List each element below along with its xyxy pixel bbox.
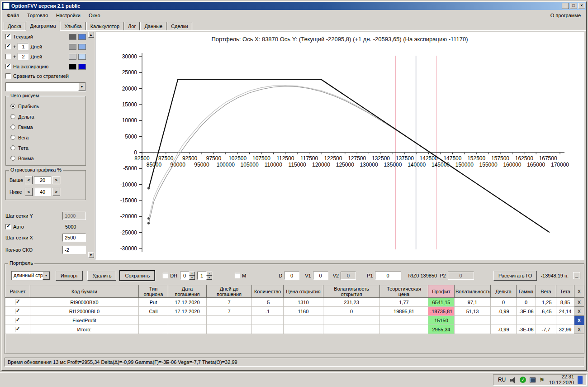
current-checkbox[interactable]	[5, 34, 11, 39]
menu-Настройки[interactable]: Настройки	[52, 11, 85, 20]
range-value-input[interactable]: 40	[34, 188, 51, 196]
radio-icon[interactable]	[10, 114, 15, 119]
taskbar[interactable]: RU ✓ ⚑ 22:31 10.12.2020	[0, 372, 588, 387]
column-header-Дней до погашения[interactable]: Дней до погашения	[207, 285, 252, 298]
plus2day-color-swatch-1[interactable]	[69, 54, 76, 60]
radio-option-Вомма[interactable]: Вомма	[8, 153, 84, 163]
column-header-Расчет[interactable]: Расчет	[5, 285, 30, 298]
tab-Данные[interactable]: Данные	[140, 22, 166, 30]
chevron-down-icon[interactable]: ▼	[43, 272, 50, 280]
row-calc-checkbox[interactable]	[15, 327, 20, 332]
dh-spinner-2[interactable]: 1 ▲ ▼	[197, 272, 212, 280]
row-delete-button[interactable]: X	[574, 325, 584, 334]
field-d-input[interactable]: 0	[284, 272, 299, 280]
grid-step-x-input[interactable]: 2500	[62, 234, 86, 242]
tray-corner-icon[interactable]	[578, 376, 583, 384]
delete-button[interactable]: Удалить	[87, 271, 116, 281]
tab-Доска[interactable]: Доска	[4, 22, 25, 30]
column-header-Код бумаги[interactable]: Код бумаги	[30, 285, 139, 298]
plus2day-days-input[interactable]: 2	[18, 53, 28, 60]
radio-option-Тета[interactable]: Тета	[8, 143, 84, 153]
plus1day-color-swatch-2[interactable]	[78, 44, 86, 50]
tab-Диаграмма[interactable]: Диаграмма	[26, 21, 60, 31]
decrease-button[interactable]: <	[25, 176, 33, 184]
menu-about[interactable]: О программе	[546, 11, 585, 20]
radio-icon[interactable]	[10, 104, 15, 109]
radio-icon[interactable]	[10, 156, 15, 161]
sidebar-scrollbar[interactable]: ▲ ▼	[88, 32, 94, 258]
scroll-up-icon[interactable]: ▲	[88, 32, 94, 38]
plus2day-color-swatch-2[interactable]	[78, 54, 86, 60]
increase-button[interactable]: >	[52, 188, 60, 196]
sko-count-input[interactable]: -2	[62, 246, 86, 254]
language-indicator[interactable]: RU	[498, 377, 506, 383]
radio-option-Дельта[interactable]: Дельта	[8, 111, 84, 122]
tab-Сделки[interactable]: Сделки	[167, 22, 192, 30]
expiration-color-swatch-1[interactable]	[69, 64, 76, 70]
plus1day-days-input[interactable]: 1	[18, 43, 28, 50]
radio-option-Гамма[interactable]: Гамма	[8, 122, 84, 132]
radio-icon[interactable]	[10, 145, 15, 150]
dh-spinner-1[interactable]: 0 ▲ ▼	[180, 272, 195, 280]
calc-margin-button[interactable]: Рассчитать ГО	[493, 271, 537, 281]
expiration-color-swatch-2[interactable]	[78, 64, 86, 70]
radio-icon[interactable]	[10, 124, 15, 129]
row-calc-checkbox[interactable]	[15, 300, 20, 305]
spin-down-icon[interactable]: ▼	[189, 276, 195, 280]
volume-icon[interactable]	[509, 377, 516, 383]
plus2day-checkbox[interactable]	[5, 54, 11, 59]
compare-strategy-checkbox[interactable]	[5, 73, 11, 79]
column-header-Тета[interactable]: Тета	[556, 285, 574, 298]
maximize-button[interactable]: □	[570, 3, 577, 9]
column-header-Теоретическая цена[interactable]: Теоретическая цена	[380, 285, 428, 298]
column-header-Количество[interactable]: Количество	[252, 285, 284, 298]
expiration-checkbox[interactable]	[5, 64, 11, 69]
menu-Файл[interactable]: Файл	[3, 11, 23, 20]
more-button[interactable]: _	[573, 272, 580, 279]
strategy-combobox[interactable]: длинный стре ▼	[11, 271, 50, 280]
row-delete-button[interactable]: X	[574, 307, 584, 316]
column-header-X[interactable]: X	[574, 285, 584, 298]
increase-button[interactable]: >	[52, 176, 60, 184]
minimize-button[interactable]: _	[562, 3, 569, 9]
monitor-icon[interactable]	[530, 377, 536, 382]
portfolio-chart[interactable]: -30000-25000-20000-15000-10000-500005000…	[95, 43, 584, 260]
auto-grid-checkbox[interactable]	[5, 224, 11, 229]
antivirus-check-icon[interactable]: ✓	[520, 377, 526, 383]
plus1day-color-swatch-1[interactable]	[69, 44, 76, 50]
dh-spinner-2-value[interactable]: 1	[197, 272, 206, 280]
tab-Калькулятор[interactable]: Калькулятор	[86, 22, 123, 30]
column-header-Гамма[interactable]: Гамма	[517, 285, 536, 298]
tray-clock[interactable]: 22:31 10.12.2020	[549, 374, 574, 386]
titlebar[interactable]: OptionFVV версия 2.1 public _ □ ×	[2, 2, 586, 10]
column-header-Волатильность[interactable]: Волатильность	[455, 285, 491, 298]
current-color-swatch-1[interactable]	[69, 34, 76, 40]
dh-spinner-1-value[interactable]: 0	[180, 272, 189, 280]
field-v1-input[interactable]: 0	[313, 272, 328, 280]
spin-up-icon[interactable]: ▲	[206, 272, 212, 276]
radio-option-Прибыль[interactable]: Прибыль	[8, 101, 84, 111]
plus1day-checkbox[interactable]	[5, 44, 11, 49]
dh-checkbox[interactable]	[163, 273, 168, 278]
column-header-Тип опциона[interactable]: Тип опциона	[139, 285, 168, 298]
current-color-swatch-2[interactable]	[78, 34, 86, 40]
column-header-Волатильность открытия[interactable]: Волатильность открытия	[323, 285, 380, 298]
chevron-down-icon[interactable]: ▼	[78, 83, 85, 91]
column-header-Дельта[interactable]: Дельта	[491, 285, 517, 298]
save-button[interactable]: Сохранить	[120, 271, 155, 281]
spin-down-icon[interactable]: ▼	[206, 276, 212, 280]
m-checkbox[interactable]	[235, 273, 240, 278]
row-delete-button[interactable]: X	[574, 298, 584, 307]
column-header-Профит[interactable]: Профит	[428, 285, 455, 298]
decrease-button[interactable]: <	[25, 188, 33, 196]
column-header-Дата погашения[interactable]: Дата погашения	[168, 285, 207, 298]
tab-Лог[interactable]: Лог	[124, 22, 140, 30]
field-p1-input[interactable]: 0	[375, 272, 401, 280]
radio-icon[interactable]	[10, 135, 15, 140]
range-value-input[interactable]: 20	[34, 176, 51, 184]
menu-Окно[interactable]: Окно	[85, 11, 104, 20]
row-calc-checkbox[interactable]	[15, 309, 20, 314]
row-delete-button[interactable]: X	[574, 316, 584, 325]
menu-Торговля[interactable]: Торговля	[23, 11, 52, 20]
column-header-Вега[interactable]: Вега	[536, 285, 556, 298]
